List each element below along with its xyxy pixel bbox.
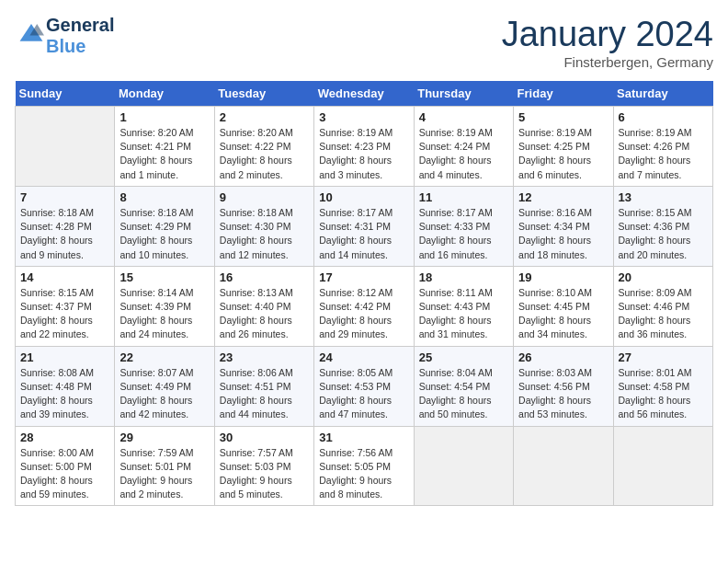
- day-info: Sunrise: 8:16 AM Sunset: 4:34 PM Dayligh…: [518, 206, 608, 262]
- calendar-cell: 22Sunrise: 8:07 AM Sunset: 4:49 PM Dayli…: [115, 346, 214, 426]
- calendar-cell: 14Sunrise: 8:15 AM Sunset: 4:37 PM Dayli…: [16, 266, 115, 346]
- day-number: 1: [119, 110, 209, 124]
- day-info: Sunrise: 8:07 AM Sunset: 4:49 PM Dayligh…: [119, 366, 209, 422]
- weekday-header-friday: Friday: [514, 81, 613, 107]
- day-info: Sunrise: 8:00 AM Sunset: 5:00 PM Dayligh…: [20, 446, 109, 502]
- calendar-week-4: 21Sunrise: 8:08 AM Sunset: 4:48 PM Dayli…: [16, 346, 713, 426]
- day-number: 2: [220, 110, 309, 124]
- calendar-cell: 3Sunrise: 8:19 AM Sunset: 4:23 PM Daylig…: [314, 107, 414, 187]
- day-info: Sunrise: 8:18 AM Sunset: 4:29 PM Dayligh…: [119, 206, 209, 262]
- calendar-cell: 26Sunrise: 8:03 AM Sunset: 4:56 PM Dayli…: [514, 346, 613, 426]
- calendar-cell: 23Sunrise: 8:06 AM Sunset: 4:51 PM Dayli…: [214, 346, 313, 426]
- page-header: General Blue January 2024 Finsterbergen,…: [15, 15, 713, 70]
- day-number: 7: [20, 190, 109, 204]
- day-info: Sunrise: 8:01 AM Sunset: 4:58 PM Dayligh…: [619, 366, 708, 422]
- day-info: Sunrise: 8:05 AM Sunset: 4:53 PM Dayligh…: [319, 366, 408, 422]
- day-number: 8: [119, 190, 209, 204]
- calendar-cell: 7Sunrise: 8:18 AM Sunset: 4:28 PM Daylig…: [16, 186, 115, 266]
- month-title: January 2024: [502, 15, 713, 54]
- day-info: Sunrise: 8:20 AM Sunset: 4:21 PM Dayligh…: [119, 126, 209, 182]
- day-info: Sunrise: 8:15 AM Sunset: 4:37 PM Dayligh…: [20, 286, 109, 342]
- day-number: 12: [518, 190, 608, 204]
- location: Finsterbergen, Germany: [502, 54, 713, 70]
- calendar-cell: 12Sunrise: 8:16 AM Sunset: 4:34 PM Dayli…: [514, 186, 613, 266]
- calendar-cell: 20Sunrise: 8:09 AM Sunset: 4:46 PM Dayli…: [613, 266, 712, 346]
- day-info: Sunrise: 8:04 AM Sunset: 4:54 PM Dayligh…: [419, 366, 508, 422]
- weekday-header-saturday: Saturday: [613, 81, 712, 107]
- day-info: Sunrise: 7:59 AM Sunset: 5:01 PM Dayligh…: [119, 446, 209, 502]
- day-number: 13: [619, 190, 708, 204]
- day-number: 22: [119, 350, 209, 364]
- day-info: Sunrise: 8:19 AM Sunset: 4:24 PM Dayligh…: [419, 126, 508, 182]
- day-number: 3: [319, 110, 408, 124]
- day-info: Sunrise: 8:10 AM Sunset: 4:45 PM Dayligh…: [518, 286, 608, 342]
- calendar-cell: 21Sunrise: 8:08 AM Sunset: 4:48 PM Dayli…: [16, 346, 115, 426]
- day-number: 28: [20, 431, 109, 444]
- day-info: Sunrise: 8:15 AM Sunset: 4:36 PM Dayligh…: [619, 206, 708, 262]
- calendar-cell: 8Sunrise: 8:18 AM Sunset: 4:29 PM Daylig…: [115, 186, 214, 266]
- calendar-cell: 16Sunrise: 8:13 AM Sunset: 4:40 PM Dayli…: [214, 266, 313, 346]
- day-info: Sunrise: 8:19 AM Sunset: 4:26 PM Dayligh…: [619, 126, 708, 182]
- calendar-table: SundayMondayTuesdayWednesdayThursdayFrid…: [15, 81, 713, 506]
- day-info: Sunrise: 8:20 AM Sunset: 4:22 PM Dayligh…: [220, 126, 309, 182]
- day-number: 15: [119, 270, 209, 284]
- day-number: 10: [319, 190, 408, 204]
- calendar-cell: [514, 426, 613, 506]
- day-number: 25: [419, 350, 508, 364]
- day-number: 5: [518, 110, 608, 124]
- calendar-week-3: 14Sunrise: 8:15 AM Sunset: 4:37 PM Dayli…: [16, 266, 713, 346]
- logo-icon: [18, 21, 44, 47]
- logo: General Blue: [15, 15, 114, 57]
- calendar-cell: 2Sunrise: 8:20 AM Sunset: 4:22 PM Daylig…: [214, 107, 313, 187]
- day-info: Sunrise: 8:19 AM Sunset: 4:23 PM Dayligh…: [319, 126, 408, 182]
- calendar-cell: [16, 107, 115, 187]
- calendar-cell: 9Sunrise: 8:18 AM Sunset: 4:30 PM Daylig…: [214, 186, 313, 266]
- day-info: Sunrise: 8:17 AM Sunset: 4:33 PM Dayligh…: [419, 206, 508, 262]
- calendar-cell: 30Sunrise: 7:57 AM Sunset: 5:03 PM Dayli…: [214, 426, 313, 506]
- calendar-cell: 6Sunrise: 8:19 AM Sunset: 4:26 PM Daylig…: [613, 107, 712, 187]
- day-number: 9: [220, 190, 309, 204]
- calendar-cell: 19Sunrise: 8:10 AM Sunset: 4:45 PM Dayli…: [514, 266, 613, 346]
- day-info: Sunrise: 8:06 AM Sunset: 4:51 PM Dayligh…: [220, 366, 309, 422]
- calendar-cell: 27Sunrise: 8:01 AM Sunset: 4:58 PM Dayli…: [613, 346, 712, 426]
- calendar-cell: 28Sunrise: 8:00 AM Sunset: 5:00 PM Dayli…: [16, 426, 115, 506]
- day-number: 31: [319, 431, 408, 444]
- calendar-cell: 1Sunrise: 8:20 AM Sunset: 4:21 PM Daylig…: [115, 107, 214, 187]
- calendar-cell: 5Sunrise: 8:19 AM Sunset: 4:25 PM Daylig…: [514, 107, 613, 187]
- weekday-header-monday: Monday: [115, 81, 214, 107]
- day-number: 29: [119, 431, 209, 444]
- calendar-cell: 29Sunrise: 7:59 AM Sunset: 5:01 PM Dayli…: [115, 426, 214, 506]
- day-number: 4: [419, 110, 508, 124]
- calendar-cell: 15Sunrise: 8:14 AM Sunset: 4:39 PM Dayli…: [115, 266, 214, 346]
- title-block: January 2024 Finsterbergen, Germany: [502, 15, 713, 70]
- weekday-header-tuesday: Tuesday: [214, 81, 313, 107]
- weekday-header-wednesday: Wednesday: [314, 81, 414, 107]
- day-number: 16: [220, 270, 309, 284]
- day-info: Sunrise: 8:11 AM Sunset: 4:43 PM Dayligh…: [419, 286, 508, 342]
- day-info: Sunrise: 8:08 AM Sunset: 4:48 PM Dayligh…: [20, 366, 109, 422]
- day-number: 19: [518, 270, 608, 284]
- day-info: Sunrise: 8:12 AM Sunset: 4:42 PM Dayligh…: [319, 286, 408, 342]
- calendar-cell: 17Sunrise: 8:12 AM Sunset: 4:42 PM Dayli…: [314, 266, 414, 346]
- calendar-cell: 18Sunrise: 8:11 AM Sunset: 4:43 PM Dayli…: [414, 266, 513, 346]
- calendar-cell: 25Sunrise: 8:04 AM Sunset: 4:54 PM Dayli…: [414, 346, 513, 426]
- day-number: 26: [518, 350, 608, 364]
- weekday-header-row: SundayMondayTuesdayWednesdayThursdayFrid…: [16, 81, 713, 107]
- day-info: Sunrise: 8:18 AM Sunset: 4:30 PM Dayligh…: [220, 206, 309, 262]
- calendar-cell: 13Sunrise: 8:15 AM Sunset: 4:36 PM Dayli…: [613, 186, 712, 266]
- calendar-body: 1Sunrise: 8:20 AM Sunset: 4:21 PM Daylig…: [16, 107, 713, 506]
- day-info: Sunrise: 8:19 AM Sunset: 4:25 PM Dayligh…: [518, 126, 608, 182]
- calendar-cell: 24Sunrise: 8:05 AM Sunset: 4:53 PM Dayli…: [314, 346, 414, 426]
- weekday-header-thursday: Thursday: [414, 81, 513, 107]
- calendar-week-2: 7Sunrise: 8:18 AM Sunset: 4:28 PM Daylig…: [16, 186, 713, 266]
- day-info: Sunrise: 8:18 AM Sunset: 4:28 PM Dayligh…: [20, 206, 109, 262]
- day-number: 17: [319, 270, 408, 284]
- calendar-cell: 11Sunrise: 8:17 AM Sunset: 4:33 PM Dayli…: [414, 186, 513, 266]
- day-number: 30: [220, 431, 309, 444]
- calendar-cell: 4Sunrise: 8:19 AM Sunset: 4:24 PM Daylig…: [414, 107, 513, 187]
- calendar-week-5: 28Sunrise: 8:00 AM Sunset: 5:00 PM Dayli…: [16, 426, 713, 506]
- day-number: 21: [20, 350, 109, 364]
- day-number: 27: [619, 350, 708, 364]
- logo-line2: Blue: [46, 36, 85, 56]
- day-number: 6: [619, 110, 708, 124]
